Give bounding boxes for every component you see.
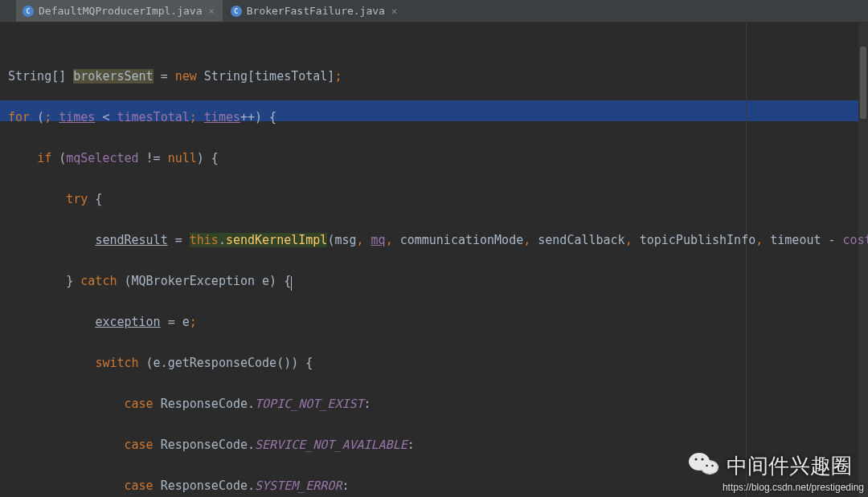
code-line: try { [8,189,860,210]
java-class-icon: C [231,6,242,17]
watermark: 中间件兴趣圈 [688,450,852,481]
watermark-url: https://blog.csdn.net/prestigeding [723,482,864,493]
close-icon[interactable]: × [207,6,216,17]
code-line: sendResult = this.sendKernelImpl(msg, mq… [8,230,860,251]
watermark-text: 中间件兴趣圈 [727,452,852,480]
code-content: String[] brokersSent = new String[timesT… [8,47,860,498]
code-line: exception = e; [8,312,860,333]
svg-point-6 [702,461,718,474]
code-line: String[] brokersSent = new String[timesT… [8,67,860,88]
svg-point-8 [711,465,714,467]
tab-default-producer[interactable]: C DefaultMQProducerImpl.java × [16,0,223,22]
svg-point-7 [706,465,708,467]
code-line: if (mqSelected != null) { [8,149,860,169]
code-line: for (; times < timesTotal; times++) { [8,108,860,128]
code-line: } catch (MQBrokerException e) { [8,271,860,292]
code-editor[interactable]: String[] brokersSent = new String[timesT… [0,22,868,497]
tab-broker-fast-failure[interactable]: C BrokerFastFailure.java × [224,0,405,22]
close-icon[interactable]: × [390,6,399,17]
tab-label: BrokerFastFailure.java [247,5,385,17]
editor-tabs: C DefaultMQProducerImpl.java × C BrokerF… [0,0,868,22]
wechat-icon [688,450,720,481]
scrollbar-thumb[interactable] [860,47,866,119]
tab-label: DefaultMQProducerImpl.java [39,5,203,17]
code-line: switch (e.getResponseCode()) { [8,353,860,374]
java-class-icon: C [23,6,34,17]
svg-point-4 [694,458,697,460]
code-line: case ResponseCode.TOPIC_NOT_EXIST: [8,394,860,415]
svg-point-5 [701,458,703,460]
